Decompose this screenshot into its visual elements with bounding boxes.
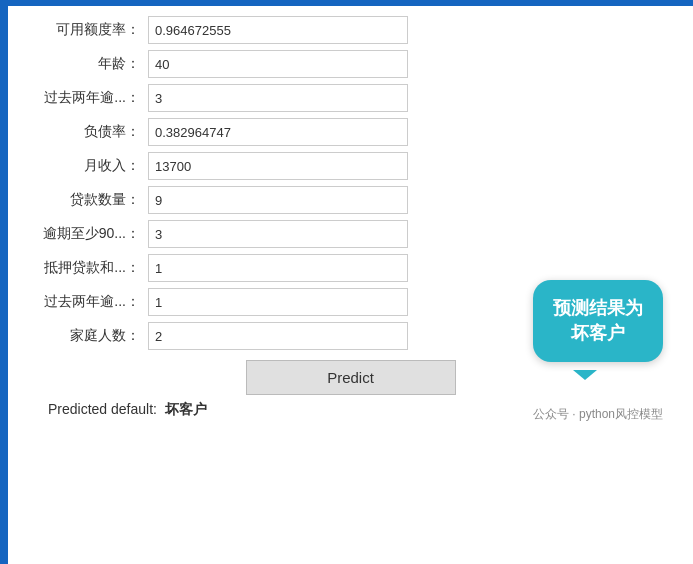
top-bar	[0, 0, 693, 6]
input-past-two-years-1[interactable]	[148, 84, 408, 112]
input-past-due-90[interactable]	[148, 220, 408, 248]
label-past-two-years-2: 过去两年逾...：	[28, 293, 148, 311]
form-row: 负债率：	[28, 118, 673, 146]
label-credit-limit-rate: 可用额度率：	[28, 21, 148, 39]
label-loan-count: 贷款数量：	[28, 191, 148, 209]
input-mortgage[interactable]	[148, 254, 408, 282]
input-debt-ratio[interactable]	[148, 118, 408, 146]
form-row: 贷款数量：	[28, 186, 673, 214]
form-row: 月收入：	[28, 152, 673, 180]
label-family-size: 家庭人数：	[28, 327, 148, 345]
blue-sidebar	[0, 0, 8, 564]
wechat-footer: 公众号 · python风控模型	[533, 406, 663, 423]
input-monthly-income[interactable]	[148, 152, 408, 180]
form-row: 过去两年逾...：	[28, 84, 673, 112]
label-mortgage: 抵押贷款和...：	[28, 259, 148, 277]
tooltip-line2: 坏客户	[553, 321, 643, 346]
form-row: 可用额度率：	[28, 16, 673, 44]
tooltip-line1: 预测结果为	[553, 296, 643, 321]
result-tooltip: 预测结果为 坏客户	[533, 280, 663, 362]
input-family-size[interactable]	[148, 322, 408, 350]
label-debt-ratio: 负债率：	[28, 123, 148, 141]
label-past-two-years-1: 过去两年逾...：	[28, 89, 148, 107]
predicted-label: Predicted default:	[48, 401, 157, 417]
input-past-two-years-2[interactable]	[148, 288, 408, 316]
form-row: 抵押贷款和...：	[28, 254, 673, 282]
predict-button[interactable]: Predict	[246, 360, 456, 395]
input-credit-limit-rate[interactable]	[148, 16, 408, 44]
predicted-value: 坏客户	[165, 401, 207, 417]
form-row: 年龄：	[28, 50, 673, 78]
label-past-due-90: 逾期至少90...：	[28, 225, 148, 243]
label-monthly-income: 月收入：	[28, 157, 148, 175]
label-age: 年龄：	[28, 55, 148, 73]
footer-area: Predicted default: 坏客户 公众号 · python风控模型	[28, 401, 673, 427]
input-loan-count[interactable]	[148, 186, 408, 214]
input-age[interactable]	[148, 50, 408, 78]
form-row: 逾期至少90...：	[28, 220, 673, 248]
predicted-default-text: Predicted default: 坏客户	[48, 401, 207, 419]
